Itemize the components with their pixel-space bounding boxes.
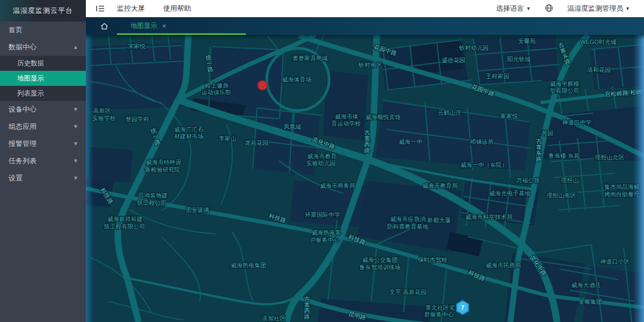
map-label: 威海体育场 <box>282 76 312 83</box>
map-label: 寨北社区党 <box>426 304 455 311</box>
header-menu-item-1[interactable]: 使用帮助 <box>163 4 191 13</box>
map-label: 洪智社区 <box>262 315 286 321</box>
sidebar-item-label: 任务列表 <box>9 152 36 170</box>
tab-bar: 地图显示 × <box>86 17 644 35</box>
sidebar-submenu: 历史数据地图显示列表显示 <box>0 56 86 101</box>
map-label: 育运动学校 <box>332 120 361 127</box>
sidebar-subitem-1-2[interactable]: 列表显示 <box>0 86 86 101</box>
top-header: 监控大屏使用帮助 选择语言 ▼ 温湿度监测管理员 ▼ <box>86 0 644 17</box>
menu-fold-icon[interactable] <box>96 4 105 13</box>
map-label: 金猴集团 <box>579 298 602 305</box>
tab-map-display[interactable]: 地图显示 × <box>130 21 166 31</box>
map-label: 威海一中 <box>399 138 422 145</box>
sidebar-item-label: 组态应用 <box>9 118 36 135</box>
map-label: 理想山南区 <box>547 192 576 199</box>
map-label: 实验幼儿园 <box>306 160 336 166</box>
sidebar-item-1[interactable]: 数据中心▲ <box>0 39 86 56</box>
map-label: 钦村幼儿园 <box>459 45 489 51</box>
chevron-down-icon: ▼ <box>625 6 630 11</box>
map-label: 凤凰城 <box>284 123 302 130</box>
chevron-up-icon: ▲ <box>73 39 78 56</box>
map-label: 保时杰驾校 <box>418 257 448 263</box>
map-label: 防科普教育基地 <box>387 223 429 230</box>
home-icon[interactable] <box>100 22 109 31</box>
map-container: 宋家悦高新区实验学校慧园学府岭上健身运动俱乐部奥赛家具商城威海体育场钦村南区凤凰… <box>86 35 644 322</box>
map-label: 威海热电客 <box>312 229 341 236</box>
sidebar-item-3[interactable]: 组态应用▼ <box>0 118 86 135</box>
road-label: 古寨东路 <box>536 138 542 162</box>
sidebar-item-0[interactable]: 首页 <box>0 21 86 39</box>
map-label: 文平·高新花园 <box>389 289 427 295</box>
sidebar-subitem-1-1[interactable]: 地图显示 <box>0 71 86 86</box>
sidebar-item-6[interactable]: 设置▼ <box>0 170 86 187</box>
sidebar-menu: 首页数据中心▲历史数据地图显示列表显示设备中心▼组态应用▼报警管理▼任务列表▼设… <box>0 21 86 187</box>
tab-label: 地图显示 <box>130 21 157 31</box>
map-label: 威海市特种设 <box>146 159 181 165</box>
road-label: 古寨西路 <box>304 296 310 320</box>
sidebar-item-4[interactable]: 报警管理▼ <box>0 135 86 152</box>
map-label: 理想山北区 <box>595 154 625 160</box>
map-label: 威海市商务局 <box>320 182 355 189</box>
language-label: 选择语言 <box>496 4 524 13</box>
road-label: 古寨西路 <box>364 129 370 153</box>
map-label: 威海宇辉模 <box>550 80 580 87</box>
map-label: 芳园 <box>541 130 553 136</box>
map-label: 威海市教育 <box>308 153 337 159</box>
map-label: 威海一中（东院） <box>460 162 508 168</box>
sidebar-item-5[interactable]: 任务列表▼ <box>0 152 86 170</box>
sidebar-item-label: 设置 <box>9 170 23 187</box>
map-label: 环翠国际中学 <box>305 211 340 218</box>
header-right: 选择语言 ▼ 温湿度监测管理员 ▼ <box>496 4 644 14</box>
chevron-down-icon: ▼ <box>73 135 78 152</box>
map-label: 运动俱乐部 <box>202 89 231 96</box>
map-label: 慧园学府 <box>126 116 149 122</box>
map-label: 威海大酒店 <box>572 282 601 288</box>
map-canvas[interactable]: 宋家悦高新区实验学校慧园学府岭上健身运动俱乐部奥赛家具商城威海体育场钦村南区凤凰… <box>86 35 644 322</box>
sidebar-subitem-1-0[interactable]: 历史数据 <box>0 56 86 71</box>
user-menu[interactable]: 温湿度监测管理员 ▼ <box>567 4 630 13</box>
map-marker-cluster[interactable]: 7 <box>457 301 469 314</box>
chevron-down-icon: ▼ <box>73 118 78 135</box>
map-label: 型有限公司 <box>550 87 580 94</box>
sidebar-item-label: 首页 <box>9 21 23 39</box>
map-label: 神道口中学 <box>562 119 592 126</box>
globe-icon[interactable] <box>545 4 553 14</box>
sidebar: 温湿度监测云平台 首页数据中心▲历史数据地图显示列表显示设备中心▼组态应用▼报警… <box>0 0 86 322</box>
map-label: 备检验研究院 <box>145 166 180 173</box>
map-label: 威海公交集团 <box>362 257 398 263</box>
header-menu: 监控大屏使用帮助 <box>117 4 191 13</box>
map-label: 筑工程公司 <box>137 200 167 206</box>
header-menu-item-0[interactable]: 监控大屏 <box>117 4 145 13</box>
map-label: 威海广汇石 <box>174 126 204 133</box>
map-label: 邓镇诊所 <box>470 138 494 145</box>
map-label: 威海顺悦宾馆 <box>365 114 401 120</box>
language-select[interactable]: 选择语言 ▼ <box>496 4 531 13</box>
map-marker-red[interactable] <box>258 80 267 90</box>
map-label: 实验学校 <box>92 115 116 121</box>
map-label: 王府家园 <box>486 73 509 79</box>
map-label: 宋家悦 <box>128 43 146 49</box>
map-label: 材建材市场 <box>174 133 204 140</box>
chevron-down-icon: ▼ <box>526 6 531 11</box>
map-label: 昌鸿装饰建 <box>138 192 168 199</box>
map-top-shadow <box>86 35 644 40</box>
map-label: 筑工程有限公司 <box>104 223 145 230</box>
map-label: 奥赛家具商城 <box>292 55 328 61</box>
chevron-down-icon: ▼ <box>73 101 78 118</box>
map-right-edge-glow <box>633 35 644 322</box>
map-label: 理想山 <box>561 177 579 184</box>
map-left-edge-glow <box>86 35 93 322</box>
map-label: 威海光电子基地 <box>489 190 531 196</box>
sidebar-item-2[interactable]: 设备中心▼ <box>0 101 86 118</box>
map-label: 威海市应急消 <box>390 216 426 222</box>
close-icon[interactable]: × <box>162 23 166 30</box>
map-label: 鲁东驾培训练场 <box>360 264 401 270</box>
map-label: 龙苑花园 <box>245 140 268 146</box>
app-title: 温湿度监测云平台 <box>0 0 86 21</box>
map-label: 新都大厦 <box>427 217 451 223</box>
map-label: 阳光钦城 <box>507 56 531 62</box>
sidebar-item-label: 数据中心 <box>9 39 36 56</box>
map-label: 威海市民政局 <box>486 262 521 268</box>
map-label: 钦村南区 <box>358 62 382 68</box>
map-label: 威海市体 <box>335 113 358 120</box>
